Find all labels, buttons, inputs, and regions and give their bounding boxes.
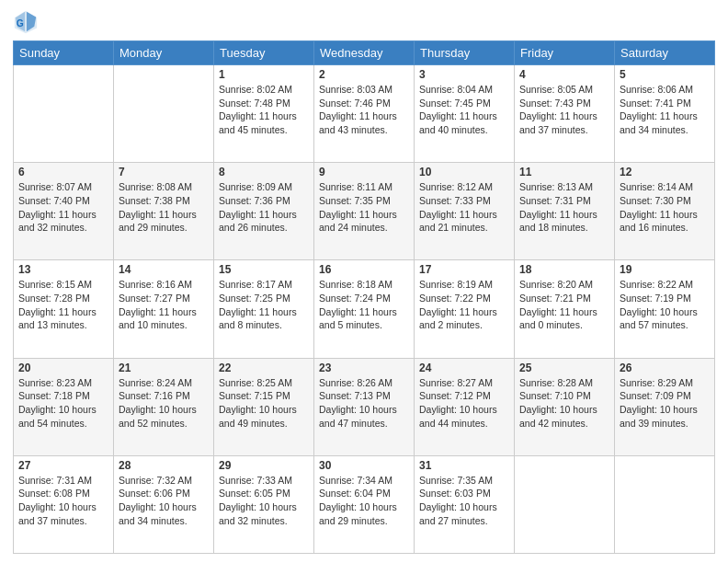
calendar-cell: 6Sunrise: 8:07 AM Sunset: 7:40 PM Daylig… bbox=[14, 163, 114, 260]
calendar-cell: 19Sunrise: 8:22 AM Sunset: 7:19 PM Dayli… bbox=[615, 260, 715, 358]
day-number: 23 bbox=[319, 362, 409, 374]
weekday-wednesday: Wednesday bbox=[314, 41, 415, 65]
svg-text:G: G bbox=[17, 18, 24, 29]
calendar-cell: 31Sunrise: 7:35 AM Sunset: 6:03 PM Dayli… bbox=[415, 455, 515, 553]
calendar-cell: 11Sunrise: 8:13 AM Sunset: 7:31 PM Dayli… bbox=[515, 163, 615, 260]
day-info: Sunrise: 7:35 AM Sunset: 6:03 PM Dayligh… bbox=[419, 474, 509, 528]
logo: G bbox=[13, 9, 40, 35]
day-info: Sunrise: 8:28 AM Sunset: 7:10 PM Dayligh… bbox=[519, 376, 609, 431]
day-info: Sunrise: 7:32 AM Sunset: 6:06 PM Dayligh… bbox=[119, 474, 209, 528]
day-number: 2 bbox=[319, 68, 409, 81]
calendar-cell bbox=[615, 455, 715, 553]
day-info: Sunrise: 7:34 AM Sunset: 6:04 PM Dayligh… bbox=[319, 474, 409, 528]
day-info: Sunrise: 8:12 AM Sunset: 7:33 PM Dayligh… bbox=[419, 180, 509, 235]
day-number: 15 bbox=[219, 263, 309, 276]
day-number: 17 bbox=[419, 263, 509, 276]
day-number: 9 bbox=[319, 166, 409, 178]
header: G bbox=[13, 9, 715, 35]
day-info: Sunrise: 8:19 AM Sunset: 7:22 PM Dayligh… bbox=[419, 278, 509, 332]
day-number: 31 bbox=[419, 459, 509, 472]
day-number: 13 bbox=[18, 263, 108, 276]
day-info: Sunrise: 8:11 AM Sunset: 7:35 PM Dayligh… bbox=[319, 180, 409, 235]
calendar-table: SundayMondayTuesdayWednesdayThursdayFrid… bbox=[13, 40, 715, 554]
day-number: 21 bbox=[119, 362, 209, 374]
calendar-row-4: 27Sunrise: 7:31 AM Sunset: 6:08 PM Dayli… bbox=[14, 455, 715, 553]
weekday-saturday: Saturday bbox=[615, 41, 715, 65]
day-number: 27 bbox=[18, 459, 108, 472]
calendar-cell: 16Sunrise: 8:18 AM Sunset: 7:24 PM Dayli… bbox=[314, 260, 415, 358]
day-number: 5 bbox=[620, 68, 710, 81]
day-info: Sunrise: 8:02 AM Sunset: 7:48 PM Dayligh… bbox=[219, 83, 309, 137]
day-info: Sunrise: 8:26 AM Sunset: 7:13 PM Dayligh… bbox=[319, 376, 409, 431]
day-info: Sunrise: 8:13 AM Sunset: 7:31 PM Dayligh… bbox=[519, 180, 609, 235]
day-number: 25 bbox=[519, 362, 609, 374]
calendar-cell: 17Sunrise: 8:19 AM Sunset: 7:22 PM Dayli… bbox=[415, 260, 515, 358]
day-number: 20 bbox=[18, 362, 108, 374]
day-info: Sunrise: 7:33 AM Sunset: 6:05 PM Dayligh… bbox=[219, 474, 309, 528]
page: G SundayMondayTuesdayWednesdayThursdayFr… bbox=[0, 0, 728, 563]
day-number: 30 bbox=[319, 459, 409, 472]
day-info: Sunrise: 8:22 AM Sunset: 7:19 PM Dayligh… bbox=[620, 278, 710, 332]
calendar-row-0: 1Sunrise: 8:02 AM Sunset: 7:48 PM Daylig… bbox=[14, 65, 715, 163]
calendar-cell: 29Sunrise: 7:33 AM Sunset: 6:05 PM Dayli… bbox=[214, 455, 314, 553]
day-number: 16 bbox=[319, 263, 409, 276]
day-info: Sunrise: 8:23 AM Sunset: 7:18 PM Dayligh… bbox=[18, 376, 108, 431]
calendar-cell: 7Sunrise: 8:08 AM Sunset: 7:38 PM Daylig… bbox=[114, 163, 214, 260]
calendar-cell bbox=[14, 65, 114, 163]
calendar-cell: 20Sunrise: 8:23 AM Sunset: 7:18 PM Dayli… bbox=[14, 358, 114, 455]
calendar-cell: 23Sunrise: 8:26 AM Sunset: 7:13 PM Dayli… bbox=[314, 358, 415, 455]
weekday-monday: Monday bbox=[114, 41, 214, 65]
calendar-cell: 21Sunrise: 8:24 AM Sunset: 7:16 PM Dayli… bbox=[114, 358, 214, 455]
day-number: 28 bbox=[119, 459, 209, 472]
day-number: 12 bbox=[620, 166, 710, 178]
day-number: 3 bbox=[419, 68, 509, 81]
calendar-cell: 14Sunrise: 8:16 AM Sunset: 7:27 PM Dayli… bbox=[114, 260, 214, 358]
day-number: 26 bbox=[620, 362, 710, 374]
day-info: Sunrise: 8:17 AM Sunset: 7:25 PM Dayligh… bbox=[219, 278, 309, 332]
calendar-cell: 1Sunrise: 8:02 AM Sunset: 7:48 PM Daylig… bbox=[214, 65, 314, 163]
day-number: 10 bbox=[419, 166, 509, 178]
weekday-friday: Friday bbox=[515, 41, 615, 65]
weekday-thursday: Thursday bbox=[415, 41, 515, 65]
calendar-cell: 24Sunrise: 8:27 AM Sunset: 7:12 PM Dayli… bbox=[415, 358, 515, 455]
weekday-tuesday: Tuesday bbox=[214, 41, 314, 65]
calendar-cell: 10Sunrise: 8:12 AM Sunset: 7:33 PM Dayli… bbox=[415, 163, 515, 260]
day-info: Sunrise: 8:20 AM Sunset: 7:21 PM Dayligh… bbox=[519, 278, 609, 332]
calendar-cell bbox=[114, 65, 214, 163]
calendar-cell: 12Sunrise: 8:14 AM Sunset: 7:30 PM Dayli… bbox=[615, 163, 715, 260]
calendar-cell: 18Sunrise: 8:20 AM Sunset: 7:21 PM Dayli… bbox=[515, 260, 615, 358]
calendar-cell bbox=[515, 455, 615, 553]
calendar-cell: 4Sunrise: 8:05 AM Sunset: 7:43 PM Daylig… bbox=[515, 65, 615, 163]
day-info: Sunrise: 8:29 AM Sunset: 7:09 PM Dayligh… bbox=[620, 376, 710, 431]
calendar-cell: 8Sunrise: 8:09 AM Sunset: 7:36 PM Daylig… bbox=[214, 163, 314, 260]
day-info: Sunrise: 8:03 AM Sunset: 7:46 PM Dayligh… bbox=[319, 83, 409, 137]
day-number: 6 bbox=[18, 166, 108, 178]
day-info: Sunrise: 8:08 AM Sunset: 7:38 PM Dayligh… bbox=[119, 180, 209, 235]
calendar-row-2: 13Sunrise: 8:15 AM Sunset: 7:28 PM Dayli… bbox=[14, 260, 715, 358]
day-number: 29 bbox=[219, 459, 309, 472]
day-info: Sunrise: 8:18 AM Sunset: 7:24 PM Dayligh… bbox=[319, 278, 409, 332]
day-number: 18 bbox=[519, 263, 609, 276]
calendar-row-1: 6Sunrise: 8:07 AM Sunset: 7:40 PM Daylig… bbox=[14, 163, 715, 260]
calendar-cell: 5Sunrise: 8:06 AM Sunset: 7:41 PM Daylig… bbox=[615, 65, 715, 163]
day-info: Sunrise: 8:05 AM Sunset: 7:43 PM Dayligh… bbox=[519, 83, 609, 137]
day-info: Sunrise: 8:24 AM Sunset: 7:16 PM Dayligh… bbox=[119, 376, 209, 431]
calendar-cell: 26Sunrise: 8:29 AM Sunset: 7:09 PM Dayli… bbox=[615, 358, 715, 455]
day-number: 4 bbox=[519, 68, 609, 81]
day-info: Sunrise: 7:31 AM Sunset: 6:08 PM Dayligh… bbox=[18, 474, 108, 528]
day-info: Sunrise: 8:04 AM Sunset: 7:45 PM Dayligh… bbox=[419, 83, 509, 137]
calendar-cell: 9Sunrise: 8:11 AM Sunset: 7:35 PM Daylig… bbox=[314, 163, 415, 260]
day-number: 24 bbox=[419, 362, 509, 374]
day-number: 11 bbox=[519, 166, 609, 178]
calendar-cell: 13Sunrise: 8:15 AM Sunset: 7:28 PM Dayli… bbox=[14, 260, 114, 358]
day-number: 8 bbox=[219, 166, 309, 178]
day-info: Sunrise: 8:14 AM Sunset: 7:30 PM Dayligh… bbox=[620, 180, 710, 235]
day-info: Sunrise: 8:15 AM Sunset: 7:28 PM Dayligh… bbox=[18, 278, 108, 332]
day-number: 1 bbox=[219, 68, 309, 81]
day-info: Sunrise: 8:09 AM Sunset: 7:36 PM Dayligh… bbox=[219, 180, 309, 235]
weekday-header-row: SundayMondayTuesdayWednesdayThursdayFrid… bbox=[14, 41, 715, 65]
calendar-cell: 3Sunrise: 8:04 AM Sunset: 7:45 PM Daylig… bbox=[415, 65, 515, 163]
day-info: Sunrise: 8:25 AM Sunset: 7:15 PM Dayligh… bbox=[219, 376, 309, 431]
weekday-sunday: Sunday bbox=[14, 41, 114, 65]
day-info: Sunrise: 8:07 AM Sunset: 7:40 PM Dayligh… bbox=[18, 180, 108, 235]
